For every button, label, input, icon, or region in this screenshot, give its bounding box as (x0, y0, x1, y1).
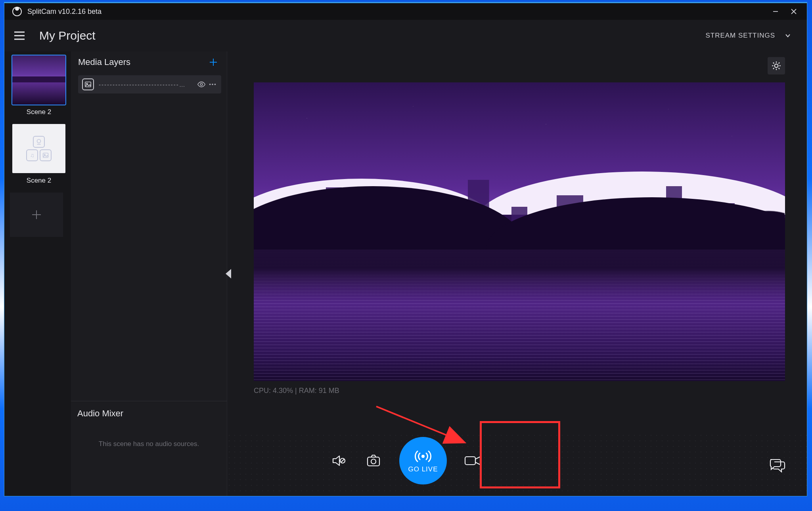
minimize-button[interactable] (766, 4, 785, 19)
svg-rect-13 (85, 82, 91, 87)
performance-stats: CPU: 4.30% | RAM: 91 MB (254, 387, 785, 395)
record-button[interactable] (463, 452, 482, 470)
layers-title: Media Layers (78, 57, 130, 67)
mute-button[interactable] (329, 452, 348, 470)
chevron-down-icon (785, 32, 791, 39)
svg-point-31 (371, 459, 376, 464)
svg-point-6 (37, 139, 41, 143)
layer-more-button[interactable] (208, 80, 217, 89)
svg-point-18 (214, 84, 216, 85)
layer-name: -----------------------------… (99, 81, 195, 88)
project-title: My Project (39, 29, 96, 42)
scene-item[interactable]: ♫ Scene 2 (10, 124, 68, 185)
header: My Project STREAM SETTINGS (4, 20, 807, 51)
webcam-icon (33, 136, 45, 148)
close-button[interactable] (785, 4, 803, 19)
svg-point-17 (212, 84, 213, 85)
svg-point-15 (200, 83, 203, 86)
add-layer-button[interactable] (209, 57, 218, 67)
svg-line-24 (773, 63, 774, 63)
svg-rect-7 (43, 153, 48, 157)
scene-thumbnail: ♫ (12, 124, 65, 173)
app-window: SplitCam v10.2.16 beta My Project STREAM… (4, 2, 807, 496)
svg-point-32 (421, 455, 425, 458)
svg-line-25 (779, 68, 779, 69)
app-logo-icon (12, 7, 22, 16)
go-live-label: GO LIVE (408, 465, 438, 473)
menu-button[interactable] (13, 29, 26, 42)
music-icon: ♫ (26, 149, 38, 161)
svg-rect-30 (368, 457, 379, 466)
layer-row[interactable]: -----------------------------… (78, 75, 221, 93)
image-layer-icon (82, 78, 94, 90)
svg-point-16 (209, 84, 211, 85)
chat-button[interactable] (768, 456, 786, 475)
stream-settings-label: STREAM SETTINGS (705, 32, 775, 40)
svg-line-29 (341, 459, 344, 462)
svg-rect-33 (465, 457, 475, 465)
window-title: SplitCam v10.2.16 beta (27, 8, 102, 16)
image-icon (40, 149, 52, 161)
svg-line-27 (779, 63, 779, 63)
snapshot-button[interactable] (364, 452, 383, 470)
scene-label: Scene 2 (27, 177, 51, 185)
scene-thumbnail (12, 55, 65, 105)
scene-label: Scene 2 (27, 108, 51, 116)
svg-point-19 (775, 64, 778, 68)
layers-header: Media Layers (71, 51, 227, 73)
scene-item[interactable]: Scene 2 (10, 55, 68, 116)
collapse-sidebar-button[interactable] (226, 269, 231, 278)
go-live-button[interactable]: GO LIVE (399, 437, 447, 484)
visibility-toggle[interactable] (197, 80, 206, 89)
preview-canvas[interactable] (254, 82, 785, 381)
titlebar: SplitCam v10.2.16 beta (4, 3, 807, 20)
add-scene-button[interactable] (10, 193, 63, 237)
svg-line-26 (773, 68, 774, 69)
audio-mixer-title: Audio Mixer (77, 408, 220, 419)
bottom-toolbar: GO LIVE (4, 427, 807, 494)
brightness-button[interactable] (768, 57, 785, 74)
stream-settings-button[interactable]: STREAM SETTINGS (705, 32, 791, 40)
